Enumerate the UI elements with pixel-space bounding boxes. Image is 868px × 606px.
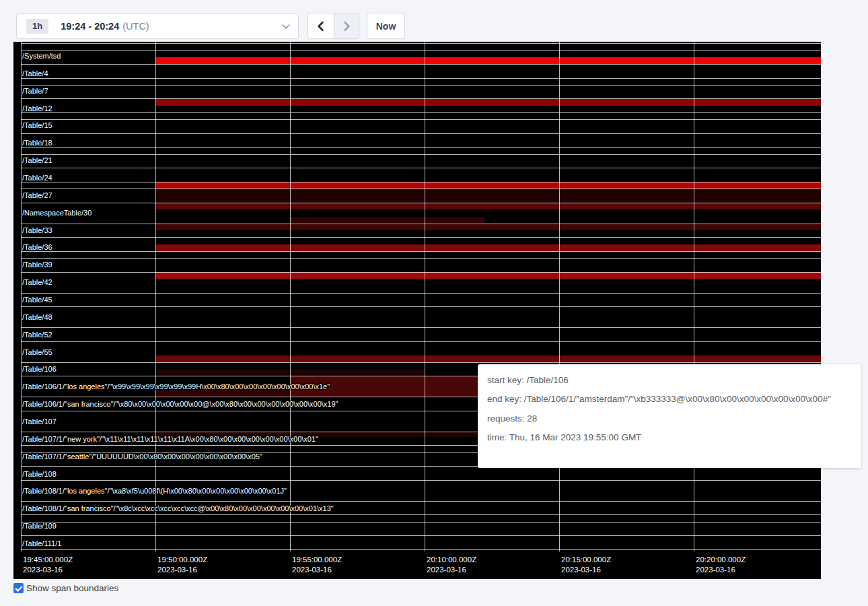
row-key-label: /Table/27 [22, 191, 52, 199]
span-boundary-line [21, 64, 821, 65]
span-boundary-line [21, 98, 821, 99]
heat-band [155, 244, 821, 251]
show-span-boundaries-checkbox[interactable] [13, 583, 24, 593]
span-boundary-line [21, 78, 821, 79]
span-tooltip: start key: /Table/106 end key: /Table/10… [478, 364, 861, 468]
prev-time-button[interactable] [308, 13, 334, 38]
span-boundary-line [21, 549, 821, 550]
axis-tick-label: 20:15:00.000Z 2023-03-16 [561, 555, 611, 575]
footer-controls: Show span boundaries [13, 583, 118, 594]
row-key-label: /Table/107 [22, 417, 57, 426]
span-boundary-line [21, 306, 821, 307]
span-boundary-line [21, 272, 821, 273]
row-key-label: /Table/45 [22, 296, 52, 304]
row-key-label: /Table/7 [22, 87, 48, 95]
span-boundary-line [21, 43, 821, 44]
row-key-label: /Table/12 [22, 104, 52, 112]
heat-band [155, 224, 821, 230]
time-gridline [290, 42, 291, 551]
axis-tick-label: 20:10:00.000Z 2023-03-16 [427, 555, 476, 575]
time-gridline [425, 42, 425, 551]
heat-band [290, 217, 484, 223]
tooltip-requests: requests: 28 [487, 413, 852, 424]
row-key-label: /Table/21 [22, 156, 52, 164]
row-key-label: /Table/36 [22, 243, 52, 251]
row-key-label: /Table/106 [22, 365, 57, 373]
time-nav-group [308, 13, 359, 39]
row-key-label: /NamespaceTable/30 [22, 209, 92, 217]
row-key-label: /Table/106/1/"los angeles"/"\x99\x99\x99… [22, 382, 330, 391]
tooltip-time: time: Thu, 16 Mar 2023 19:55:00 GMT [487, 432, 852, 443]
axis-tick-label: 19:50:00.000Z 2023-03-16 [157, 555, 207, 575]
row-key-label: /System/tsd [22, 52, 61, 60]
row-key-label: /Table/52 [22, 331, 52, 339]
now-button[interactable]: Now [367, 13, 405, 39]
span-boundary-line [21, 501, 821, 502]
row-key-label: /Table/24 [22, 174, 52, 182]
span-boundary-line [21, 147, 821, 148]
row-key-label: /Table/4 [22, 69, 48, 77]
time-gridline [559, 42, 560, 551]
show-span-boundaries-label: Show span boundaries [26, 583, 118, 594]
span-boundary-line [21, 224, 821, 224]
heat-band [155, 203, 821, 209]
span-boundary-line [21, 189, 821, 189]
row-key-label: /Table/48 [22, 313, 52, 321]
time-gridline [155, 42, 156, 551]
chevron-down-icon [282, 21, 289, 28]
time-gridline [21, 42, 22, 551]
heat-band [155, 390, 290, 397]
axis-tick-label: 20:20:00.000Z 2023-03-16 [696, 555, 746, 575]
axis-tick-label: 19:45:00.000Z 2023-03-16 [23, 555, 73, 575]
span-boundary-line [21, 341, 821, 342]
tooltip-start-key: start key: /Table/106 [487, 374, 852, 386]
row-key-label: /Table/107/1/"new york"/"\x11\x11\x11\x1… [22, 435, 318, 443]
heat-band [155, 272, 821, 279]
row-key-label: /Table/109 [22, 522, 57, 530]
axis-tick-label: 19:55:00.000Z 2023-03-16 [292, 555, 342, 575]
time-range-text: 19:24 - 20:24 [61, 21, 119, 32]
span-boundary-line [21, 112, 821, 113]
tooltip-end-key: end key: /Table/106/1/"amsterdam"/"\xb33… [487, 393, 852, 405]
heat-band [155, 182, 821, 189]
span-boundary-line [21, 514, 821, 515]
row-key-label: /Table/106/1/"san francisco"/"\x80\x00\x… [22, 400, 338, 408]
span-boundary-line [21, 327, 821, 328]
row-key-label: /Table/15 [22, 121, 52, 129]
time-range-badge: 1h [26, 19, 48, 34]
span-boundary-line [21, 154, 821, 155]
span-boundary-line [21, 237, 821, 238]
span-boundary-line [21, 119, 821, 120]
span-boundary-line [21, 50, 821, 50]
span-boundary-line [21, 522, 821, 523]
row-key-label: /Table/108 [22, 470, 57, 478]
row-key-label: /Table/42 [22, 278, 52, 286]
span-boundary-line [21, 182, 821, 182]
span-boundary-line [21, 535, 821, 536]
span-boundary-line [21, 480, 821, 481]
row-key-label: /Table/55 [22, 348, 52, 356]
span-boundary-line [21, 251, 821, 252]
time-gridline [694, 42, 694, 551]
time-range-dropdown[interactable]: 1h 19:24 - 20:24 (UTC) [16, 13, 299, 39]
next-time-button[interactable] [334, 13, 359, 38]
heat-band [155, 99, 821, 106]
chevron-right-icon [340, 20, 353, 33]
row-key-label: /Table/108/1/"los angeles"/"\xa8\xf5\u00… [22, 487, 287, 495]
key-visualizer-heatmap[interactable]: /System/tsd/Table/4/Table/7/Table/12/Tab… [13, 42, 821, 579]
row-key-label: /Table/39 [22, 261, 52, 269]
span-boundary-line [21, 203, 821, 203]
time-range-timezone: (UTC) [122, 21, 149, 32]
row-key-label: /Table/111/1 [22, 539, 61, 547]
span-boundary-line [21, 133, 821, 134]
row-key-label: /Table/108/1/"san francisco"/"\x8c\xcc\x… [22, 504, 334, 512]
chevron-left-icon [314, 20, 328, 33]
span-boundary-line [21, 293, 821, 294]
span-boundary-line [21, 85, 821, 86]
heat-band [155, 356, 821, 362]
row-key-label: /Table/18 [22, 139, 52, 147]
heat-band [155, 57, 821, 64]
span-boundary-line [21, 168, 821, 168]
row-key-label: /Table/33 [22, 226, 52, 234]
heat-band [155, 189, 821, 203]
